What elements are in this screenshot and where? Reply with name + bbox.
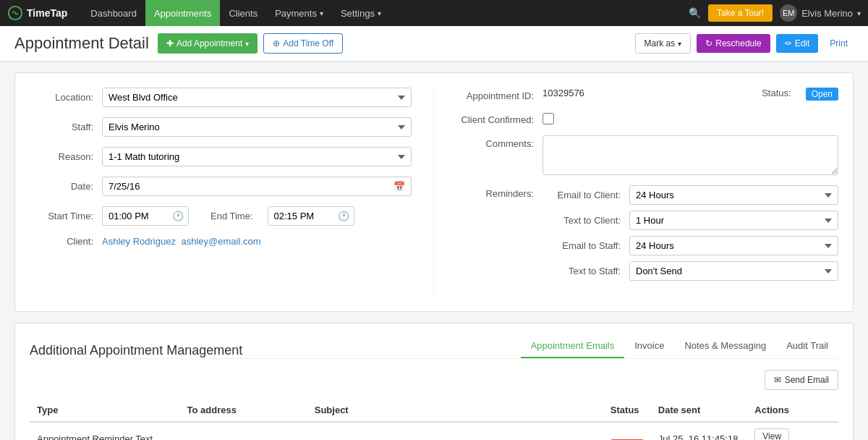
tab-notes-messaging[interactable]: Notes & Messaging xyxy=(674,334,776,358)
reschedule-icon: ↻ xyxy=(705,38,712,48)
text-to-client-label: Text to Client: xyxy=(542,215,629,226)
right-column: Appointment ID: 10329576 Status: Open Cl… xyxy=(434,88,838,297)
client-confirmed-checkbox[interactable] xyxy=(542,113,554,124)
location-select[interactable]: West Blvd Office xyxy=(102,88,412,107)
settings-chevron-icon: ▾ xyxy=(378,9,381,17)
client-label: Client: xyxy=(30,236,102,247)
client-email: ashley@email.com xyxy=(182,236,261,247)
header-actions: Mark as ▾ ↻ Reschedule ✏ Edit Print xyxy=(635,33,854,54)
cell-date-sent: Jul 25, 16 11:45:18 AM xyxy=(651,422,747,440)
appt-id-value: 10329576 xyxy=(542,88,740,98)
envelope-icon: ✉ xyxy=(774,375,781,385)
reschedule-button[interactable]: ↻ Reschedule xyxy=(697,34,770,53)
calendar-icon[interactable]: 📅 xyxy=(388,177,411,195)
logo[interactable]: TimeTap xyxy=(7,5,67,21)
comments-textarea[interactable] xyxy=(542,135,838,175)
nav-dashboard[interactable]: Dashboard xyxy=(82,0,145,26)
comments-row: Comments: xyxy=(456,135,838,175)
nav-settings[interactable]: Settings ▾ xyxy=(332,0,390,26)
mark-as-button[interactable]: Mark as ▾ xyxy=(635,33,692,54)
cell-to-address xyxy=(180,422,307,440)
cell-status: Failed xyxy=(603,422,651,440)
staff-label: Staff: xyxy=(30,122,102,132)
date-input[interactable] xyxy=(103,177,388,195)
reason-select[interactable]: 1-1 Math tutoring xyxy=(102,147,412,166)
edit-icon: ✏ xyxy=(785,38,792,48)
clock-icon: ⊕ xyxy=(273,38,280,48)
edit-button[interactable]: ✏ Edit xyxy=(776,34,819,53)
top-navigation: TimeTap Dashboard Appointments Clients P… xyxy=(0,0,868,26)
nav-right: 🔍 Take a Tour! EM Elvis Merino ▾ xyxy=(689,4,861,22)
email-to-staff-row: Email to Staff: 24 Hours xyxy=(542,236,838,255)
end-time-input[interactable] xyxy=(268,207,333,225)
start-clock-icon: 🕐 xyxy=(168,207,188,225)
client-confirmed-row: Client Confirmed: xyxy=(456,111,838,125)
end-time-wrapper: 🕐 xyxy=(268,206,354,226)
text-to-staff-select[interactable]: Don't Send xyxy=(629,261,838,281)
col-type: Type xyxy=(30,399,180,422)
email-to-client-label: Email to Client: xyxy=(542,190,629,200)
client-confirmed-label: Client Confirmed: xyxy=(456,111,542,125)
reminders-section: Email to Client: 24 Hours Text to Client… xyxy=(542,185,838,287)
date-label: Date: xyxy=(30,181,102,192)
col-subject: Subject xyxy=(307,399,603,422)
cell-type: Appointment Reminder Text Messsage xyxy=(30,422,180,440)
add-appt-chevron-icon: ▾ xyxy=(245,40,249,48)
search-icon[interactable]: 🔍 xyxy=(689,7,701,19)
end-clock-icon: 🕐 xyxy=(333,207,354,225)
email-to-client-row: Email to Client: 24 Hours xyxy=(542,185,838,205)
user-info: EM Elvis Merino ▾ xyxy=(780,4,861,22)
client-name-link[interactable]: Ashley Rodriguez xyxy=(102,236,176,247)
text-to-client-row: Text to Client: 1 Hour xyxy=(542,211,838,230)
add-time-off-button[interactable]: ⊕ Add Time Off xyxy=(263,33,343,54)
location-label: Location: xyxy=(30,92,102,103)
client-row: Client: Ashley Rodriguez ashley@email.co… xyxy=(30,236,412,247)
email-to-staff-select[interactable]: 24 Hours xyxy=(629,236,838,255)
col-to-address: To address xyxy=(180,399,307,422)
table-row: Appointment Reminder Text Messsage Faile… xyxy=(30,422,838,440)
reminders-label: Reminders: xyxy=(456,185,542,199)
nav-clients[interactable]: Clients xyxy=(220,0,266,26)
mgmt-actions: ✉ Send Email xyxy=(30,370,838,390)
reason-row: Reason: 1-1 Math tutoring xyxy=(30,147,412,166)
date-input-wrapper: 📅 xyxy=(102,177,412,196)
mark-as-chevron-icon: ▾ xyxy=(678,40,681,48)
tab-invoice[interactable]: Invoice xyxy=(624,334,674,358)
mgmt-title: Additional Appointment Management xyxy=(30,343,242,358)
time-row: Start Time: 🕐 End Time: 🕐 xyxy=(30,206,412,226)
start-time-label: Start Time: xyxy=(30,211,102,221)
end-time-label: End Time: xyxy=(189,211,268,221)
main-content: Location: West Blvd Office Staff: Elvis … xyxy=(0,62,868,440)
email-to-staff-label: Email to Staff: xyxy=(542,240,629,251)
detail-grid: Location: West Blvd Office Staff: Elvis … xyxy=(30,88,838,297)
col-actions: Actions xyxy=(747,399,838,422)
staff-select[interactable]: Elvis Merino xyxy=(102,117,412,137)
take-tour-button[interactable]: Take a Tour! xyxy=(708,4,773,22)
text-to-staff-row: Text to Staff: Don't Send xyxy=(542,261,838,281)
view-button[interactable]: View xyxy=(754,428,789,440)
reminders-header-row: Reminders: Email to Client: 24 Hours Tex… xyxy=(456,185,838,287)
add-appointment-button[interactable]: ✚ Add Appointment ▾ xyxy=(158,33,258,54)
start-time-input[interactable] xyxy=(103,207,168,225)
comments-label: Comments: xyxy=(456,135,542,149)
user-chevron-icon: ▾ xyxy=(857,9,861,17)
nav-payments[interactable]: Payments ▾ xyxy=(266,0,332,26)
table-head: Type To address Subject Status Date sent… xyxy=(30,399,838,422)
avatar: EM xyxy=(780,4,797,22)
mgmt-body: ✉ Send Email Type To address Subject Sta… xyxy=(15,359,853,440)
print-button[interactable]: Print xyxy=(824,34,854,53)
nav-appointments[interactable]: Appointments xyxy=(145,0,221,26)
email-to-client-select[interactable]: 24 Hours xyxy=(629,185,838,205)
location-row: Location: West Blvd Office xyxy=(30,88,412,107)
send-email-button[interactable]: ✉ Send Email xyxy=(765,370,838,390)
text-to-client-select[interactable]: 1 Hour xyxy=(629,211,838,230)
tab-appointment-emails[interactable]: Appointment Emails xyxy=(521,334,625,358)
date-row: Date: 📅 xyxy=(30,177,412,196)
mgmt-header: Additional Appointment Management Appoin… xyxy=(15,323,853,358)
col-status: Status xyxy=(603,399,651,422)
staff-row: Staff: Elvis Merino xyxy=(30,117,412,137)
detail-card: Location: West Blvd Office Staff: Elvis … xyxy=(14,72,854,312)
tab-audit-trail[interactable]: Audit Trail xyxy=(776,334,838,358)
page-header: Appointment Detail ✚ Add Appointment ▾ ⊕… xyxy=(0,26,868,62)
appt-id-label: Appointment ID: xyxy=(456,88,542,101)
